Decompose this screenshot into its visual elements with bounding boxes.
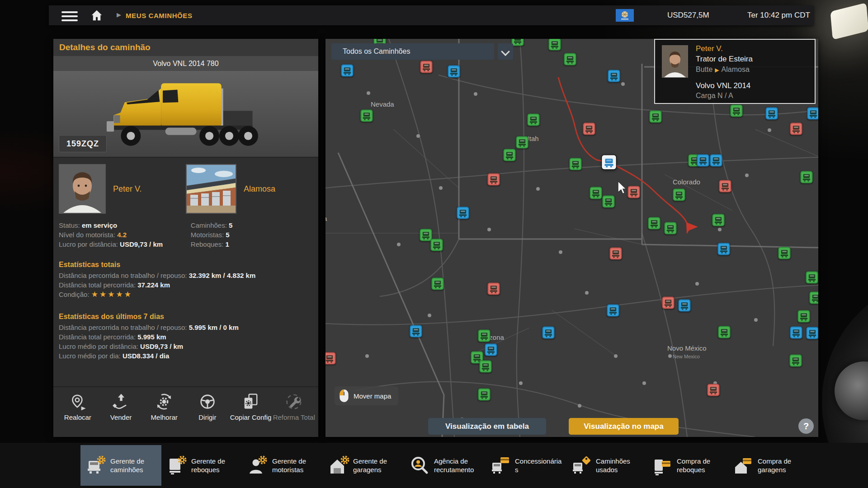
truck-marker[interactable] xyxy=(790,355,802,367)
truck-marker[interactable] xyxy=(719,180,731,192)
info-destination: Alamosa xyxy=(722,66,750,73)
truck-marker[interactable] xyxy=(798,310,810,323)
total-overhaul-label: Reforma Total xyxy=(273,413,315,422)
truck-marker[interactable] xyxy=(790,123,802,135)
nav-trailer-manager[interactable]: Gerente de reboques xyxy=(161,445,242,486)
nav-driver-manager-label: Gerente de motoristas xyxy=(272,457,321,474)
nav-trailer-purchase-label: Compra de reboques xyxy=(677,457,725,474)
truck-marker[interactable] xyxy=(504,149,516,161)
truck-marker[interactable] xyxy=(603,196,615,208)
truck-marker[interactable] xyxy=(485,344,497,356)
truck-marker[interactable] xyxy=(457,207,469,219)
map-view[interactable]: Nevada Utah Colorado Califórnia Californ… xyxy=(326,39,818,437)
truck-marker[interactable] xyxy=(628,186,640,198)
truck-marker[interactable] xyxy=(590,187,602,199)
truck-marker[interactable] xyxy=(528,114,540,126)
driver-status-label: Status: xyxy=(59,221,80,229)
driver-photo xyxy=(59,164,106,214)
driver-card[interactable]: Peter V. xyxy=(59,164,186,214)
nav-garage-manager[interactable]: Gerente de garagens xyxy=(323,445,404,486)
truck-marker[interactable] xyxy=(679,300,691,312)
nav-truck-manager[interactable]: Gerente de caminhões xyxy=(80,445,161,486)
truck-marker[interactable] xyxy=(662,297,675,309)
truck-marker[interactable] xyxy=(583,123,595,135)
truck-marker[interactable] xyxy=(610,248,622,260)
truck-marker[interactable] xyxy=(341,65,354,77)
truck-marker[interactable] xyxy=(488,283,500,295)
truck-marker[interactable] xyxy=(718,243,730,255)
nav-dealership[interactable]: Concessionárias xyxy=(485,445,566,486)
truck-marker[interactable] xyxy=(710,155,722,167)
copy-config-button[interactable]: Copiar Config xyxy=(229,390,273,435)
breadcrumb[interactable]: MEUS CAMINHÕES xyxy=(126,12,193,19)
truck-marker[interactable] xyxy=(478,389,491,401)
truck-marker[interactable] xyxy=(570,158,582,170)
truck-marker[interactable] xyxy=(673,189,685,201)
truck-marker[interactable] xyxy=(480,361,492,373)
truck-marker[interactable] xyxy=(648,217,660,230)
truck-marker[interactable] xyxy=(766,108,778,120)
menu-icon[interactable] xyxy=(61,9,80,22)
truck-marker[interactable] xyxy=(607,305,619,317)
truck-marker[interactable] xyxy=(488,174,500,186)
sell-hand-icon xyxy=(111,392,131,412)
garage-card[interactable]: Alamosa xyxy=(186,164,313,214)
week-statistics-title: Estatísticas dos últimos 7 dias xyxy=(59,313,313,321)
truck-marker[interactable] xyxy=(549,39,561,51)
garage-trailers-value: 1 xyxy=(226,240,229,248)
driver-name: Peter V. xyxy=(113,184,142,194)
table-view-button[interactable]: Visualização em tabela xyxy=(428,418,546,435)
truck-filter-dropdown[interactable]: Todos os Caminhões xyxy=(331,43,494,60)
truck-marker[interactable] xyxy=(478,330,491,342)
truck-marker[interactable] xyxy=(420,61,433,73)
upgrade-button[interactable]: Melhorar xyxy=(142,390,186,435)
map-view-button[interactable]: Visualização no mapa xyxy=(569,418,679,435)
truck-marker[interactable] xyxy=(410,325,422,338)
copy-config-icon xyxy=(241,392,261,412)
nav-garage-purchase[interactable]: Compra de garagens xyxy=(728,445,809,486)
truck-marker[interactable] xyxy=(807,327,819,339)
total-overhaul-button[interactable]: Reforma Total xyxy=(272,390,316,435)
truck-marker[interactable] xyxy=(432,278,444,290)
truck-marker[interactable] xyxy=(516,136,528,149)
money-balance: USD527,5M xyxy=(667,11,722,20)
nav-used-trucks[interactable]: Caminhões usados xyxy=(566,445,647,486)
nav-driver-manager[interactable]: Gerente de motoristas xyxy=(242,445,323,486)
week-profit-distance-label: Lucro médio por distância: xyxy=(59,343,138,350)
truck-marker[interactable] xyxy=(650,111,662,123)
truck-marker[interactable] xyxy=(542,327,555,339)
truck-marker[interactable] xyxy=(665,222,677,235)
truck-marker[interactable] xyxy=(790,327,802,339)
truck-marker[interactable] xyxy=(512,39,524,46)
nav-trailer-purchase[interactable]: Compra de reboques xyxy=(647,445,728,486)
sell-button[interactable]: Vender xyxy=(99,390,143,435)
selected-truck-marker[interactable] xyxy=(602,155,616,169)
total-work-rest-value: 32.392 km / 4.832 km xyxy=(189,272,256,279)
truck-marker[interactable] xyxy=(806,272,818,284)
nav-truck-manager-label: Gerente de caminhões xyxy=(110,457,159,474)
truck-marker[interactable] xyxy=(361,110,373,122)
move-map-hint: Mover mapa xyxy=(335,386,398,405)
truck-marker[interactable] xyxy=(564,53,576,66)
truck-marker[interactable] xyxy=(712,214,725,226)
truck-marker[interactable] xyxy=(697,155,709,167)
truck-marker[interactable] xyxy=(718,326,731,338)
truck-marker[interactable] xyxy=(801,171,813,183)
truck-marker[interactable] xyxy=(731,105,743,117)
truck-marker[interactable] xyxy=(326,352,336,365)
home-icon[interactable] xyxy=(90,9,104,22)
truck-marker[interactable] xyxy=(778,247,791,259)
relocate-button[interactable]: Realocar xyxy=(56,390,99,435)
chevron-down-icon[interactable] xyxy=(498,43,513,60)
truck-marker[interactable] xyxy=(448,66,460,78)
truck-marker[interactable] xyxy=(807,108,819,120)
truck-marker[interactable] xyxy=(708,384,720,396)
truck-marker[interactable] xyxy=(431,239,443,251)
truck-marker[interactable] xyxy=(608,70,620,82)
truck-marker[interactable] xyxy=(810,292,819,304)
truck-marker[interactable] xyxy=(420,229,432,241)
help-button[interactable]: ? xyxy=(798,418,814,434)
nav-recruitment-agency[interactable]: Agência de recrutamento xyxy=(404,445,485,486)
week-profit-day-label: Lucro médio por dia: xyxy=(59,352,121,360)
drive-button[interactable]: Dirigir xyxy=(186,390,229,435)
